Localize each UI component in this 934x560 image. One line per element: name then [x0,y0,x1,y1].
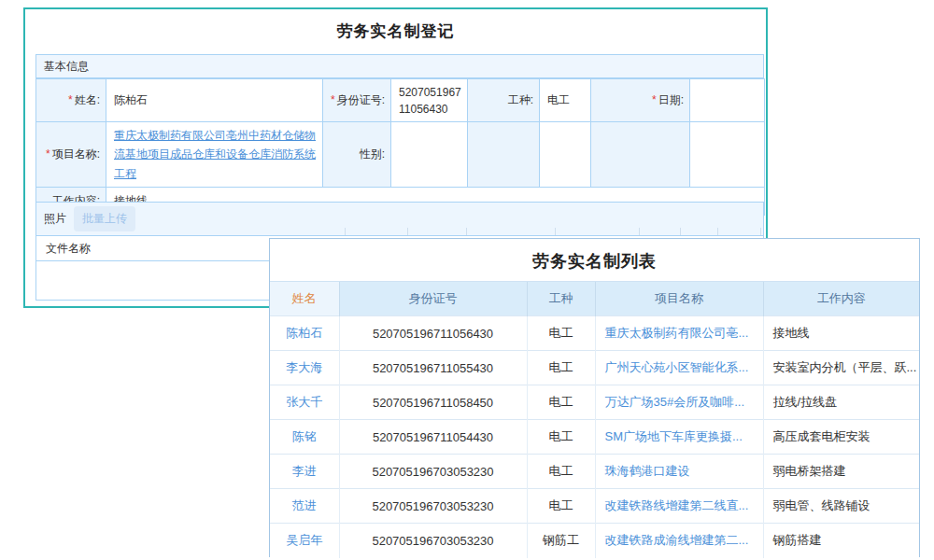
grid-line [680,228,681,235]
project-link[interactable]: 广州天心苑小区智能化系... [605,360,749,374]
project-cell: 万达广场35#会所及咖啡... [595,385,763,420]
worker-name-link[interactable]: 李进 [292,464,317,478]
table-row: 陈铭 520705196711054430 电工 SM广场地下车库更换摄... … [270,420,919,455]
name-label: *姓名: [36,79,106,122]
project-name-label: *项目名称: [36,122,106,188]
grid-line [639,228,640,235]
empty-value-cell [690,122,765,188]
grid-line [717,228,718,235]
project-cell: SM广场地下车库更换摄... [595,420,763,455]
photo-label: 照片 [44,211,66,227]
worktype-cell: 电工 [527,489,595,524]
header-project-name[interactable]: 项目名称 [595,282,763,316]
header-name[interactable]: 姓名 [270,282,339,316]
content-cell: 接地线 [763,316,919,351]
project-link[interactable]: 珠海鹤港口建设 [605,464,690,478]
name-cell: 李进 [270,455,339,489]
project-link[interactable]: 万达广场35#会所及咖啡... [605,395,745,409]
basic-info-section: 基本信息 *姓名: 陈柏石 *身份证号: 520705196711056430 … [35,54,764,216]
worktype-field[interactable]: 电工 [540,79,591,122]
id-cell: 520705196711054430 [339,420,527,455]
project-cell: 改建铁路线增建第二线直... [595,489,763,524]
worktype-cell: 电工 [527,420,595,455]
id-number-field[interactable]: 520705196711056430 [391,79,468,122]
name-field[interactable]: 陈柏石 [106,79,323,122]
id-cell: 520705196711058450 [339,385,527,420]
required-mark: * [331,93,335,106]
date-field[interactable] [690,79,765,122]
table-row: 陈柏石 520705196711056430 电工 重庆太极制药有限公司亳...… [270,316,919,351]
worker-name-link[interactable]: 李大海 [286,360,322,374]
empty-value-cell [540,122,591,188]
worktype-cell: 电工 [527,316,595,351]
grid-line [466,228,467,235]
worktype-cell: 钢筋工 [527,524,595,558]
name-cell: 李大海 [270,351,339,385]
project-link[interactable]: SM广场地下车库更换摄... [605,429,743,443]
list-panel: 劳务实名制列表 姓名 身份证号 工种 项目名称 工作内容 陈柏石 5207051… [269,238,920,557]
project-cell: 珠海鹤港口建设 [595,455,763,489]
id-cell: 520705196711056430 [339,316,527,351]
table-row: 李大海 520705196711055430 电工 广州天心苑小区智能化系...… [270,351,919,385]
header-work-content[interactable]: 工作内容 [763,282,919,316]
id-cell: 520705196711055430 [339,351,527,385]
id-cell: 520705196703053230 [339,489,527,524]
table-row: 吴启年 520705196703053230 钢筋工 改建铁路成渝线增建第二..… [270,524,919,558]
worktype-cell: 电工 [527,351,595,385]
project-cell: 广州天心苑小区智能化系... [595,351,763,385]
worktype-cell: 电工 [527,455,595,489]
header-worktype[interactable]: 工种 [527,282,595,316]
required-mark: * [46,147,50,161]
project-link[interactable]: 重庆太极制药有限公司亳... [605,326,749,340]
worktype-cell: 电工 [527,385,595,420]
name-cell: 陈铭 [270,420,339,455]
gender-field[interactable] [391,122,468,188]
basic-info-section-header: 基本信息 [35,54,764,78]
grid-line [407,228,408,235]
content-cell: 弱电管、线路铺设 [763,489,919,524]
project-name-cell: 重庆太极制药有限公司亳州中药材仓储物流基地项目成品仓库和设备仓库消防系统工程 [106,122,323,188]
labor-list-table: 姓名 身份证号 工种 项目名称 工作内容 陈柏石 520705196711056… [270,281,919,558]
worker-name-link[interactable]: 陈柏石 [286,326,322,340]
project-link[interactable]: 改建铁路成渝线增建第二... [605,533,749,547]
worker-name-link[interactable]: 范进 [292,498,317,512]
id-number-label: *身份证号: [323,79,391,122]
gender-label: 性别: [323,122,391,188]
list-title: 劳务实名制列表 [270,239,919,281]
id-cell: 520705196703053230 [339,524,527,558]
content-cell: 高压成套电柜安装 [763,420,919,455]
content-cell: 钢筋搭建 [763,524,919,558]
content-cell: 拉线/拉线盘 [763,385,919,420]
empty-label-cell [591,122,690,188]
grid-line [555,228,556,235]
table-row: 张大千 520705196711058450 电工 万达广场35#会所及咖啡..… [270,385,919,420]
content-cell: 弱电桥架搭建 [763,455,919,489]
id-cell: 520705196703053230 [339,455,527,489]
table-row: 范进 520705196703053230 电工 改建铁路线增建第二线直... … [270,489,919,524]
worker-name-link[interactable]: 吴启年 [286,533,322,547]
batch-upload-button[interactable]: 批量上传 [74,206,135,231]
header-id-number[interactable]: 身份证号 [339,282,527,316]
content-cell: 安装室内分机（平层、跃... [763,351,919,385]
worktype-label: 工种: [468,79,540,122]
basic-info-grid: *姓名: 陈柏石 *身份证号: 520705196711056430 工种: 电… [35,78,765,216]
form-title: 劳务实名制登记 [25,21,766,42]
project-name-link[interactable]: 重庆太极制药有限公司亳州中药材仓储物流基地项目成品仓库和设备仓库消防系统工程 [114,122,322,187]
name-cell: 陈柏石 [270,316,339,351]
page: 劳务实名制登记 基本信息 *姓名: 陈柏石 *身份证号: 52070519671… [0,0,934,560]
grid-line [345,228,346,235]
worker-name-link[interactable]: 陈铭 [292,429,317,443]
project-cell: 重庆太极制药有限公司亳... [595,316,763,351]
table-header-row: 姓名 身份证号 工种 项目名称 工作内容 [270,282,919,316]
name-cell: 吴启年 [270,524,339,558]
name-cell: 张大千 [270,385,339,420]
empty-label-cell [468,122,540,188]
project-cell: 改建铁路成渝线增建第二... [595,524,763,558]
photo-section-header: 照片 批量上传 [36,203,763,236]
grid-line [760,228,761,235]
name-cell: 范进 [270,489,339,524]
project-link[interactable]: 改建铁路线增建第二线直... [605,498,749,512]
required-mark: * [652,93,657,106]
worker-name-link[interactable]: 张大千 [286,395,322,409]
table-row: 李进 520705196703053230 电工 珠海鹤港口建设 弱电桥架搭建 [270,455,919,489]
